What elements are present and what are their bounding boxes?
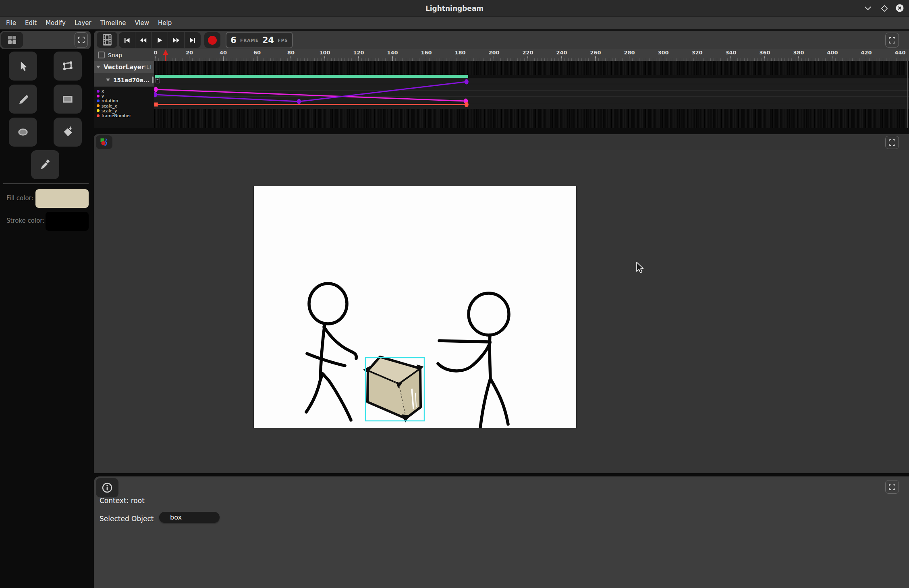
ruler-label-360: 360	[759, 50, 770, 56]
info-button[interactable]	[96, 478, 118, 497]
play-button[interactable]	[152, 32, 168, 48]
curve-x-keyframe[interactable]	[154, 92, 157, 97]
menu-item-edit[interactable]: Edit	[21, 17, 41, 29]
timeline-ruler[interactable]: Snap 02040608010012014016018020022024026…	[94, 49, 909, 61]
collapse-triangle-icon[interactable]	[96, 66, 100, 68]
tools-panel-header	[0, 31, 91, 49]
layer-tree: VectorLayer [L] 151ad70a... ~ xyrotation…	[94, 61, 154, 128]
property-name: rotation	[102, 98, 118, 103]
property-row-y[interactable]: y	[94, 93, 154, 98]
pencil-icon	[17, 93, 29, 105]
paint-bucket-icon	[61, 126, 74, 139]
curve-y[interactable]	[156, 89, 466, 101]
selected-object-input[interactable]: box	[159, 512, 220, 523]
layer-badge: [L]	[144, 64, 151, 70]
property-row-x[interactable]: x	[94, 89, 154, 93]
curve-frameNumber-keyframe[interactable]	[154, 103, 158, 107]
inspector-panel: Context: root Selected Object box	[94, 476, 909, 588]
stage[interactable]	[254, 186, 576, 428]
snap-checkbox[interactable]	[98, 52, 105, 58]
layer-row-object[interactable]: 151ad70a... ~	[94, 73, 154, 87]
record-button[interactable]	[204, 32, 220, 48]
record-icon	[208, 36, 217, 45]
canvas-workspace[interactable]	[94, 150, 909, 473]
skip-start-icon	[123, 37, 131, 44]
curve-frameNumber-keyframe[interactable]	[465, 102, 469, 107]
rectangle-tool-button[interactable]	[54, 85, 82, 114]
context-text: Context: root	[100, 497, 145, 505]
ruler-label-440: 440	[894, 50, 905, 56]
menu-item-layer[interactable]: Layer	[70, 17, 96, 29]
grid-layout-button[interactable]	[1, 32, 23, 48]
tools-expand-button[interactable]	[75, 32, 88, 48]
close-icon[interactable]	[895, 4, 904, 12]
stroke-swatch[interactable]	[46, 212, 89, 231]
property-row-rotation[interactable]: rotation	[94, 98, 154, 103]
expand-icon	[78, 37, 85, 43]
menubar: FileEditModifyLayerTimelineViewHelp	[0, 17, 909, 29]
maximize-icon[interactable]	[880, 4, 889, 13]
ruler-label-140: 140	[387, 50, 398, 56]
menu-item-modify[interactable]: Modify	[41, 17, 70, 29]
minimize-icon[interactable]	[863, 4, 872, 13]
skip-to-start-button[interactable]	[119, 32, 135, 48]
inspector-expand-button[interactable]	[885, 480, 899, 494]
skip-to-end-button[interactable]	[184, 32, 201, 48]
ruler-scale[interactable]: 0204060801001201401601802002202402602803…	[154, 49, 909, 61]
canvas-header	[94, 134, 909, 150]
property-name: frameNumber	[102, 113, 131, 118]
expand-icon	[889, 484, 895, 490]
property-name: y	[102, 93, 104, 98]
curve-x-keyframe[interactable]	[297, 99, 301, 104]
ellipse-tool-button[interactable]	[9, 118, 37, 147]
layer-row-vectorlayer[interactable]: VectorLayer [L]	[94, 61, 154, 73]
object-swatch-button[interactable]	[152, 77, 154, 83]
menu-item-view[interactable]: View	[130, 17, 154, 29]
film-button[interactable]	[97, 32, 117, 48]
fps-label: FPS	[278, 38, 288, 43]
bucket-tool-button[interactable]	[54, 118, 82, 147]
ruler-label-20: 20	[186, 50, 193, 56]
timeline-scrollbar[interactable]	[907, 61, 908, 128]
frame-label: FRAME	[240, 38, 259, 43]
playhead[interactable]	[163, 49, 168, 61]
pencil-tool-button[interactable]	[9, 85, 37, 114]
ruler-label-200: 200	[488, 50, 499, 56]
ruler-label-220: 220	[522, 50, 533, 56]
menu-item-file[interactable]: File	[2, 17, 21, 29]
box-corner-handle	[363, 366, 370, 374]
play-icon	[156, 37, 163, 44]
select-tool-button[interactable]	[9, 52, 37, 81]
collapse-triangle-icon[interactable]	[106, 79, 110, 81]
timeline-panel: 6 FRAME 24 FPS Snap 02040608010012014016…	[94, 31, 909, 128]
ruler-label-160: 160	[421, 50, 432, 56]
ellipse-icon	[17, 126, 29, 139]
frame-fps-display[interactable]: 6 FRAME 24 FPS	[226, 32, 293, 48]
property-row-frameNumber[interactable]: frameNumber	[94, 113, 154, 118]
fast-forward-button[interactable]	[168, 32, 184, 48]
curve-x-keyframe[interactable]	[465, 79, 469, 85]
ruler-label-0: 0	[154, 50, 158, 56]
canvas-shapes-button[interactable]	[96, 135, 112, 149]
menu-item-timeline[interactable]: Timeline	[96, 17, 131, 29]
transport-controls	[119, 32, 201, 48]
ruler-label-380: 380	[793, 50, 804, 56]
rewind-button[interactable]	[135, 32, 152, 48]
transform-tool-button[interactable]	[54, 52, 82, 81]
menu-item-help[interactable]: Help	[154, 17, 176, 29]
property-row-scale_x[interactable]: scale_x	[94, 104, 154, 108]
canvas-expand-button[interactable]	[885, 136, 899, 149]
fill-swatch[interactable]	[35, 189, 89, 208]
canvas-panel	[94, 134, 909, 473]
eyedropper-tool-button[interactable]	[31, 150, 59, 179]
property-row-scale_y[interactable]: scale_y	[94, 108, 154, 113]
animation-curves[interactable]	[154, 61, 909, 128]
layer-span-bar[interactable]	[155, 75, 468, 78]
divider	[3, 183, 89, 184]
stick-figure-right	[438, 293, 509, 428]
object-ease-button[interactable]: ~	[156, 77, 160, 83]
selected-box-object[interactable]	[363, 357, 424, 422]
timeline-expand-button[interactable]	[885, 33, 899, 48]
ruler-label-280: 280	[624, 50, 635, 56]
curve-y-keyframe[interactable]	[154, 87, 158, 92]
